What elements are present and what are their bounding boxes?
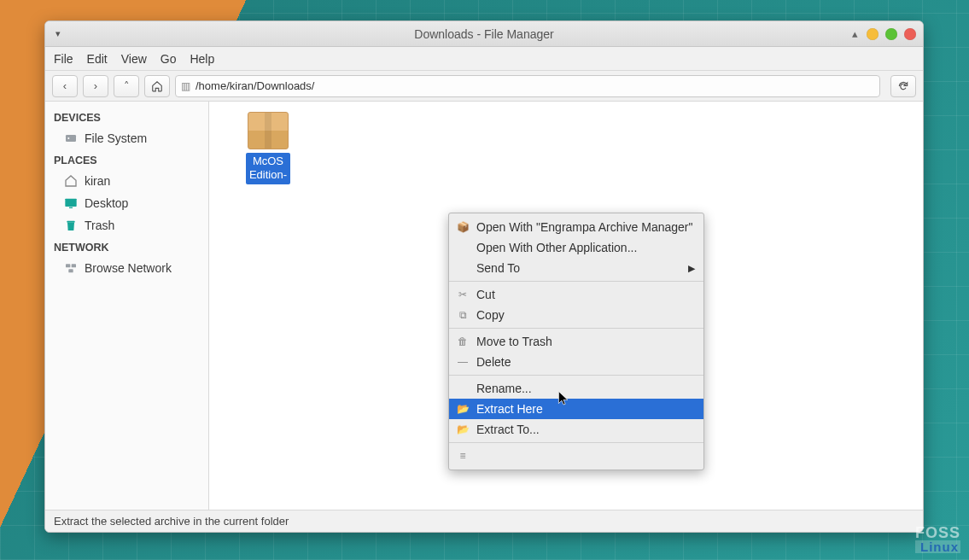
drive-icon: [64, 131, 78, 145]
file-item-archive[interactable]: McOS Edition-: [230, 112, 306, 184]
reload-button[interactable]: [890, 75, 916, 97]
svg-rect-3: [69, 207, 73, 208]
home-icon: [151, 80, 163, 92]
folder-icon: ▥: [181, 80, 190, 92]
sidebar-section-places: PLACES: [45, 149, 208, 170]
sidebar-item-desktop[interactable]: Desktop: [45, 192, 208, 214]
minus-icon: —: [456, 355, 470, 369]
statusbar: Extract the selected archive in the curr…: [45, 510, 923, 532]
network-icon: [64, 261, 78, 275]
separator: [449, 442, 703, 443]
ctx-send-to[interactable]: Send To ▶: [449, 258, 703, 278]
separator: [449, 375, 703, 376]
ctx-cut[interactable]: ✂ Cut: [449, 284, 703, 305]
sidebar-item-home[interactable]: kiran: [45, 170, 208, 192]
sidebar-section-network: NETWORK: [45, 236, 208, 257]
forward-button[interactable]: ›: [83, 75, 108, 97]
separator: [449, 281, 703, 282]
file-manager-window: ▾ Downloads - File Manager ▴ File Edit V…: [44, 20, 924, 533]
path-text: /home/kiran/Downloads/: [196, 79, 314, 92]
ctx-extract-to[interactable]: 📂 Extract To...: [449, 419, 703, 440]
minimize-button[interactable]: [867, 28, 879, 40]
properties-icon: ≡: [456, 449, 470, 463]
home-button[interactable]: [144, 75, 170, 97]
home-icon: [64, 174, 78, 188]
menu-view[interactable]: View: [121, 52, 147, 66]
ctx-extract-here[interactable]: 📂 Extract Here: [449, 399, 703, 419]
extract-icon: 📂: [456, 402, 470, 416]
svg-rect-4: [67, 221, 74, 223]
menu-go[interactable]: Go: [161, 52, 177, 66]
svg-rect-0: [66, 135, 76, 142]
ctx-move-to-trash[interactable]: 🗑 Move to Trash: [449, 331, 703, 352]
window-controls: ▴: [852, 27, 916, 40]
window-menu-button[interactable]: ▾: [52, 28, 64, 39]
cut-icon: ✂: [456, 288, 470, 301]
trash-icon: [64, 219, 78, 232]
menubar: File Edit View Go Help: [45, 47, 923, 71]
package-icon: 📦: [456, 220, 470, 234]
maximize-button[interactable]: [885, 28, 897, 40]
svg-point-1: [67, 137, 69, 139]
watermark: FOSS Linux: [915, 525, 960, 553]
sidebar-item-label: Desktop: [85, 196, 128, 210]
sidebar: DEVICES File System PLACES kiran Desktop: [45, 102, 209, 510]
menu-edit[interactable]: Edit: [87, 52, 108, 66]
sidebar-item-label: File System: [85, 131, 147, 145]
ctx-open-with-other[interactable]: Open With Other Application...: [449, 237, 703, 258]
ctx-copy[interactable]: ⧉ Copy: [449, 305, 703, 325]
package-icon: [248, 112, 289, 149]
sidebar-item-label: kiran: [85, 174, 110, 188]
minimize-flat-icon[interactable]: ▴: [852, 27, 858, 40]
sidebar-item-label: Browse Network: [85, 261, 172, 275]
svg-rect-6: [72, 264, 76, 267]
sidebar-item-browse-network[interactable]: Browse Network: [45, 257, 208, 279]
trash-icon: 🗑: [456, 335, 470, 348]
up-button[interactable]: ˄: [114, 75, 139, 97]
file-label: McOS Edition-: [246, 153, 290, 184]
sidebar-item-label: Trash: [85, 219, 114, 232]
ctx-delete[interactable]: — Delete: [449, 352, 703, 372]
path-bar[interactable]: ▥ /home/kiran/Downloads/: [175, 75, 880, 97]
sidebar-section-devices: DEVICES: [45, 107, 208, 127]
menu-file[interactable]: File: [54, 52, 73, 66]
context-menu: 📦 Open With "Engrampa Archive Manager" O…: [448, 213, 704, 470]
extract-icon: 📂: [456, 423, 470, 436]
titlebar: ▾ Downloads - File Manager ▴: [45, 21, 923, 47]
ctx-open-with-engrampa[interactable]: 📦 Open With "Engrampa Archive Manager": [449, 217, 703, 237]
separator: [449, 328, 703, 329]
window-body: DEVICES File System PLACES kiran Desktop: [45, 102, 923, 510]
svg-rect-5: [66, 264, 70, 267]
toolbar: ‹ › ˄ ▥ /home/kiran/Downloads/: [45, 71, 923, 102]
menu-help[interactable]: Help: [190, 52, 214, 66]
sidebar-item-trash[interactable]: Trash: [45, 214, 208, 236]
window-title: Downloads - File Manager: [45, 27, 923, 41]
status-text: Extract the selected archive in the curr…: [54, 515, 289, 528]
back-button[interactable]: ‹: [52, 75, 78, 97]
chevron-right-icon: ▶: [688, 263, 695, 274]
close-button[interactable]: [904, 28, 916, 40]
content-area[interactable]: McOS Edition- 📦 Open With "Engrampa Arch…: [209, 102, 923, 510]
sidebar-item-filesystem[interactable]: File System: [45, 127, 208, 149]
copy-icon: ⧉: [456, 308, 470, 322]
ctx-properties[interactable]: ≡: [449, 446, 703, 466]
svg-rect-7: [68, 269, 73, 272]
desktop-icon: [64, 196, 78, 210]
svg-rect-2: [65, 199, 76, 207]
ctx-rename[interactable]: Rename...: [449, 378, 703, 399]
reload-icon: [897, 80, 909, 92]
